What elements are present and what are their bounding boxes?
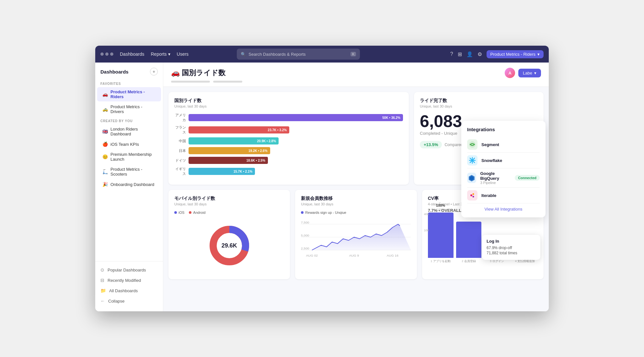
main-area: Dashboards + FAVORITES 🚗 Product Metrics… (95, 63, 549, 311)
sidebar-item-riders-label: Product Metrics - Riders (110, 89, 156, 99)
funnel-bar-wrapper-2: 80.2% 106K (456, 213, 482, 258)
legend-rewards: Rewards sign up - Unqiue (301, 211, 346, 214)
snowflake-info: Snowflake (481, 158, 502, 163)
sidebar-collapse-label: Collapse (108, 299, 125, 304)
sidebar-header: Dashboards + (95, 68, 163, 79)
svg-text:AUG 02: AUG 02 (306, 254, 318, 257)
sidebar-recently-label: Recently Modified (108, 278, 141, 283)
funnel-y-400: 400 (424, 213, 429, 216)
funnel-bar-1 (428, 213, 454, 258)
bar-row-3: 日本 19.2K • 2.6% (174, 147, 403, 154)
bigquery-icon (468, 174, 475, 181)
bar-fill-4: 18.6K • 2.5% (189, 157, 268, 164)
android-dot (189, 211, 191, 214)
sidebar-popular-label: Popular Dashboards (108, 268, 146, 272)
integration-bigquery[interactable]: Google BigQuery 3 Pipeline Connected (467, 168, 540, 188)
sidebar-popular[interactable]: ⊙ Popular Dashboards (95, 265, 163, 275)
svg-text:AUG 16: AUG 16 (387, 254, 398, 257)
donut-container: 29.6K (174, 218, 284, 273)
nav-dashboards[interactable]: Dashboards (120, 52, 144, 57)
help-icon[interactable]: ? (450, 51, 453, 57)
sidebar-divider (95, 261, 163, 261)
ios-dot (174, 211, 177, 214)
sidebar-item-premium[interactable]: 😊 Premium Membership Launch (97, 150, 161, 164)
label-button[interactable]: Labe ▾ (518, 69, 541, 77)
created-section-label: CREATED BY YOU (95, 117, 163, 124)
svg-point-22 (473, 193, 474, 195)
sidebar: Dashboards + FAVORITES 🚗 Product Metrics… (95, 63, 163, 311)
app-container: Dashboards Reports ▾ Users 🔍 Search Dash… (95, 46, 549, 311)
nav-dot-2 (105, 52, 109, 56)
chevron-down-icon: ▾ (537, 52, 540, 57)
search-placeholder: Search Dashboards & Reports (248, 52, 305, 57)
sidebar-item-drivers[interactable]: 🚕 Product Metrics - Drivers (97, 102, 161, 116)
bar-row-2: 中国 20.9K • 2.8% (174, 137, 403, 144)
workspace-button[interactable]: Product Metrics - Riders ▾ (487, 50, 544, 58)
bigquery-logo (467, 173, 476, 183)
scooters-icon: 🛴 (102, 169, 108, 174)
metric-badge: +13.5% (420, 141, 442, 148)
line-title: 新規会員数推移 (301, 196, 411, 202)
workspace-label: Product Metrics - Riders (490, 52, 535, 57)
search-shortcut: K (351, 52, 356, 56)
view-all-integrations[interactable]: View All Integrations (467, 207, 540, 212)
sidebar-add-button[interactable]: + (150, 68, 158, 75)
ios-icon: 🍎 (102, 142, 108, 147)
legend-ios: iOS (174, 211, 184, 214)
svg-text:AUG 9: AUG 9 (349, 254, 359, 257)
header-actions: A Labe ▾ (505, 68, 541, 78)
svg-text:5,000: 5,000 (301, 234, 309, 237)
sidebar-item-onboarding[interactable]: 🎉 Onboarding Dashboard (97, 179, 161, 189)
search-bar[interactable]: 🔍 Search Dashboards & Reports K (237, 49, 360, 60)
funnel-bar-2 (456, 222, 482, 258)
integration-segment[interactable]: Segment (467, 137, 540, 153)
sidebar-collapse[interactable]: ← Collapse (95, 296, 163, 306)
nav-reports[interactable]: Reports ▾ (151, 52, 170, 57)
funnel-pct-1: 100% (436, 203, 445, 207)
sidebar-item-ios[interactable]: 🍎 iOS Team KPIs (97, 139, 161, 149)
line-chart-card: 新規会員数推移 Unique, last 30 days Rewards sig… (295, 190, 417, 279)
svg-point-12 (470, 144, 471, 145)
integration-iterable[interactable]: Iterable (467, 188, 540, 203)
legend-android: Android (189, 211, 205, 214)
label-btn-text: Labe (523, 71, 532, 75)
nav-users[interactable]: Users (177, 52, 189, 57)
sidebar-item-london[interactable]: 🇬🇧 London Riders Dashboard (97, 124, 161, 139)
nav-dot-3 (110, 52, 113, 56)
sidebar-all-dashboards[interactable]: 📁 All Dashboards (95, 285, 163, 296)
rewards-dot (301, 211, 304, 214)
connected-badge: Connected (515, 175, 540, 181)
tooltip-dropoff: 67.9% drop-off (487, 246, 536, 250)
favorites-section-label: FAVORITES (95, 79, 163, 87)
bigquery-sub: 3 Pipeline (480, 181, 511, 185)
bigquery-info: Google BigQuery 3 Pipeline (480, 171, 511, 185)
donut-subtitle: Unique, last 30 days (174, 202, 284, 206)
sidebar-recently-modified[interactable]: ⊟ Recently Modified (95, 275, 163, 285)
bar-row-4: ドイツ 18.6K • 2.5% (174, 157, 403, 164)
iterable-icon (469, 192, 476, 199)
svg-point-21 (470, 194, 472, 196)
filter-bar-2[interactable] (213, 81, 242, 83)
nav-dots (100, 52, 113, 56)
user-icon[interactable]: 👤 (466, 51, 473, 57)
top-nav: Dashboards Reports ▾ Users 🔍 Search Dash… (95, 46, 549, 63)
donut-center-label: 29.6K (222, 242, 237, 249)
svg-text:7,500: 7,500 (301, 221, 309, 224)
london-icon: 🇬🇧 (102, 129, 108, 134)
filter-bar-1[interactable] (171, 81, 210, 83)
sidebar-item-london-label: London Riders Dashboard (110, 127, 156, 136)
sidebar-item-scooters[interactable]: 🛴 Product Metrics - Scooters (97, 165, 161, 179)
iterable-name: Iterable (481, 193, 496, 198)
segment-icon (469, 141, 476, 148)
line-chart-svg: 7,500 5,000 2,500 AUG 02 AUG 9 AUG 16 (301, 218, 411, 260)
settings-icon[interactable]: ⚙ (477, 51, 482, 57)
funnel-bar-wrapper-1: 100% 132K (428, 213, 454, 258)
segment-name: Segment (481, 142, 499, 147)
integration-snowflake[interactable]: Snowflake (467, 153, 540, 168)
donut-card: モバイル別ライド数 Unique, last 30 days iOS Andro… (168, 190, 290, 279)
sidebar-item-riders[interactable]: 🚗 Product Metrics - Riders (97, 87, 161, 101)
apps-icon[interactable]: ⊞ (458, 51, 462, 57)
sidebar-item-ios-label: iOS Team KPIs (110, 142, 139, 147)
bar-fill-0: 50K • 36.2% (189, 114, 403, 121)
nav-dot-1 (100, 52, 104, 56)
